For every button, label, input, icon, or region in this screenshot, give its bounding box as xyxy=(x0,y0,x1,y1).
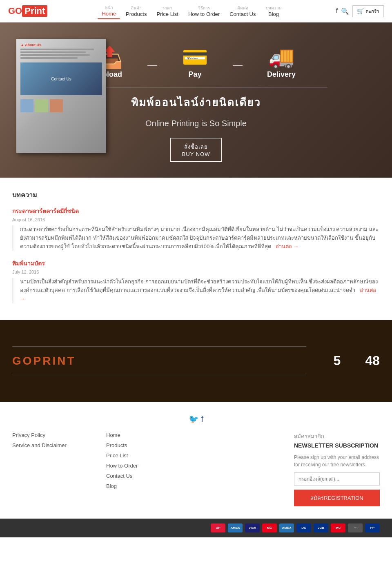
newsletter-submit-button[interactable]: สมัครREGISTRATION xyxy=(294,490,380,506)
hero-book-lines xyxy=(20,49,102,60)
footer-social: 🐦 f xyxy=(12,414,380,424)
step-divider-2: — xyxy=(233,59,243,70)
stat-2: 48 xyxy=(365,353,380,368)
footer-col-legal: Privacy Policy Service and Disclaimer xyxy=(12,432,98,506)
blog-post-1-content: กระดาษอาร์ตคาร์ดเป็นกระดาษที่นิยมใช้สำหร… xyxy=(12,225,380,251)
footer-howtoorder-link[interactable]: How to Order xyxy=(106,463,192,469)
hero-book-inner: ▲ About Us Contact Us xyxy=(16,39,106,153)
footer-privacy-link[interactable]: Privacy Policy xyxy=(12,432,98,438)
header: GO Print หน้า Home สินค้า Products ราคา … xyxy=(0,0,392,22)
footer-col-empty xyxy=(200,432,286,506)
nav-home[interactable]: หน้า Home xyxy=(98,3,120,19)
nav-products-top: สินค้า xyxy=(131,5,142,11)
blog-section-title: บทความ xyxy=(12,190,380,200)
footer: 🐦 f Privacy Policy Service and Disclaime… xyxy=(0,402,392,519)
footer-pricelist-link[interactable]: Price List xyxy=(106,452,192,459)
hero-book-photo: Contact Us xyxy=(20,62,102,95)
pay-icon: 💳 xyxy=(182,47,208,68)
pay-label: Pay xyxy=(188,70,201,79)
footer-home-link[interactable]: Home xyxy=(106,432,192,438)
nav-howtoorder-top: วิธีการ xyxy=(198,5,210,11)
blog-post-2-title[interactable]: พิมพ์นามบัตร xyxy=(12,259,380,268)
blog-section: บทความ กระดาษอาร์ตคาร์ดมีกี่ชนิด August … xyxy=(0,178,392,320)
footer-col-newsletter: สมัครสมาชิก NEWSLETTER SUBSCRIPTION Plea… xyxy=(294,432,380,506)
nav-home-label: Home xyxy=(102,11,116,17)
newsletter-desc: Please sign up with your email address f… xyxy=(294,454,380,468)
nav-contactus[interactable]: ติดต่อ Contact Us xyxy=(225,3,260,19)
logo-go-text: GO xyxy=(8,6,22,16)
read-more-1[interactable]: อ่านต่อ → xyxy=(276,243,299,249)
footer-blog-link[interactable]: Blog xyxy=(106,483,192,489)
footer-service-link[interactable]: Service and Disclaimer xyxy=(12,442,98,448)
hero-book-image: ▲ About Us Contact Us xyxy=(16,39,106,153)
nav-products[interactable]: สินค้า Products xyxy=(122,3,151,19)
delivery-icon: 🚚 xyxy=(268,47,295,68)
payment-paypal[interactable]: PP xyxy=(365,523,380,532)
nav-blog-label: Blog xyxy=(268,11,279,17)
blog-post-2-content: นามบัตรเป็นสิ่งสำคัญสำหรับการแนะนำตัวในโ… xyxy=(12,278,380,303)
payment-jcb[interactable]: JCB xyxy=(314,523,328,532)
footer-products-link[interactable]: Products xyxy=(106,442,192,448)
nav-contactus-label: Contact Us xyxy=(229,11,256,17)
header-icons: f 🔍 🛒 ตะกร้า xyxy=(336,5,384,17)
payment-dinersclub[interactable]: DC xyxy=(296,523,311,532)
hero-step-pay: 💳 Pay xyxy=(182,47,208,79)
nav-howtoorder[interactable]: วิธีการ How to Order xyxy=(184,3,224,19)
banner-divider-top xyxy=(12,346,306,347)
main-nav: หน้า Home สินค้า Products ราคา Price Lis… xyxy=(98,3,285,19)
payment-mc2[interactable]: MC xyxy=(331,523,345,532)
stat-2-number: 48 xyxy=(365,353,380,368)
newsletter-email-input[interactable] xyxy=(294,472,380,486)
buy-now-button[interactable]: สั่งซื้อเลย BUY NOW xyxy=(170,138,222,162)
payment-visa[interactable]: VISA xyxy=(245,523,260,532)
blog-post-2-date: July 12, 2016 xyxy=(12,270,380,274)
buy-now-top: สั่งซื้อเลย xyxy=(184,144,208,150)
cart-label: ตะกร้า xyxy=(365,7,379,15)
blog-post-2: พิมพ์นามบัตร July 12, 2016 นามบัตรเป็นสิ… xyxy=(12,259,380,303)
payment-mastercard[interactable]: MC xyxy=(262,523,277,532)
payment-unionpay[interactable]: UP xyxy=(211,523,225,532)
footer-col-nav: Home Products Price List How to Order Co… xyxy=(106,432,192,506)
nav-pricelist[interactable]: ราคา Price List xyxy=(152,3,182,19)
nav-pricelist-top: ราคา xyxy=(163,5,172,11)
stat-1-number: 5 xyxy=(334,353,341,368)
nav-pricelist-label: Price List xyxy=(156,11,178,17)
nav-contactus-top: ติดต่อ xyxy=(237,5,248,11)
banner-divider-bottom xyxy=(12,375,306,375)
payment-other[interactable]: ··· xyxy=(348,523,363,532)
nav-products-label: Products xyxy=(126,11,147,17)
footer-grid: Privacy Policy Service and Disclaimer Ho… xyxy=(12,432,380,506)
payment-amex2[interactable]: AMEX xyxy=(279,523,294,532)
banner-brand: GOPRINT xyxy=(12,354,76,368)
nav-howtoorder-label: How to Order xyxy=(188,11,220,17)
cart-icon: 🛒 xyxy=(357,8,364,14)
hero-book-thumbs xyxy=(20,99,102,112)
buy-now-sub: BUY NOW xyxy=(182,151,210,157)
hero-book-contactus: Contact Us xyxy=(51,77,71,81)
search-icon[interactable]: 🔍 xyxy=(341,7,349,15)
footer-facebook-icon[interactable]: 🐦 f xyxy=(189,414,203,423)
banner-row: GOPRINT 5 48 xyxy=(12,353,380,368)
step-divider-1: — xyxy=(147,59,157,70)
blog-post-1-title[interactable]: กระดาษอาร์ตคาร์ดมีกี่ชนิด xyxy=(12,207,380,216)
blog-post-1: กระดาษอาร์ตคาร์ดมีกี่ชนิด August 16, 201… xyxy=(12,207,380,251)
delivery-label: Delivery xyxy=(267,70,296,79)
newsletter-heading: NEWSLETTER SUBSCRIPTION xyxy=(294,442,380,449)
blog-post-1-date: August 16, 2016 xyxy=(12,217,380,222)
cart-button[interactable]: 🛒 ตะกร้า xyxy=(352,5,384,17)
facebook-icon[interactable]: f xyxy=(336,7,338,15)
stat-1: 5 xyxy=(334,353,341,368)
banner-stats: 5 48 xyxy=(334,353,380,368)
dark-banner: GOPRINT 5 48 xyxy=(0,320,392,402)
payment-bar: UP AMEX VISA MC AMEX DC JCB MC ··· PP xyxy=(0,519,392,537)
payment-amex[interactable]: AMEX xyxy=(228,523,243,532)
logo[interactable]: GO Print xyxy=(8,5,47,17)
logo-print-text: Print xyxy=(22,5,47,17)
footer-contactus-link[interactable]: Contact Us xyxy=(106,473,192,479)
hero-banner: ▲ About Us Contact Us 📤 Upload — 💳 P xyxy=(0,22,392,178)
newsletter-title: สมัครสมาชิก xyxy=(294,432,380,441)
hero-book-about: ▲ About Us xyxy=(20,43,102,47)
nav-blog[interactable]: บทความ Blog xyxy=(262,3,286,19)
nav-blog-top: บทความ xyxy=(266,5,282,11)
logo-go: GO xyxy=(8,6,22,16)
